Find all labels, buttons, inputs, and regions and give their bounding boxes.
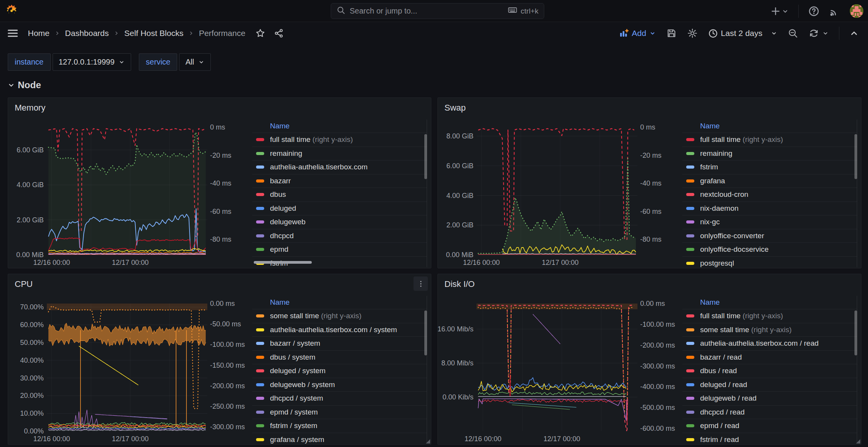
collapse-toolbar-button[interactable] bbox=[849, 29, 859, 38]
panels-grid: Memory6.00 GiB4.00 GiB2.00 GiB0.00 MiB12… bbox=[8, 97, 861, 445]
plot[interactable]: 12/16 00:0012/17 00:00 bbox=[47, 304, 207, 431]
legend-label-suffix: (right y-axis) bbox=[319, 312, 362, 320]
legend-item[interactable]: full stall time (right y-axis) bbox=[682, 133, 857, 147]
panel-resize-handle[interactable] bbox=[856, 439, 860, 444]
y-axis-tick: 70.00% bbox=[20, 303, 44, 311]
legend-label: dbus / read bbox=[700, 367, 737, 375]
legend-item[interactable]: onlyoffice-converter bbox=[682, 229, 857, 243]
legend-header-name[interactable]: Name bbox=[252, 296, 427, 309]
legend-item[interactable]: fstrim bbox=[682, 160, 857, 174]
panel-title[interactable]: Swap bbox=[444, 103, 466, 113]
breadcrumb-home[interactable]: Home bbox=[28, 29, 50, 38]
zoom-out-icon bbox=[788, 28, 798, 39]
legend-item[interactable]: dhcpcd / system bbox=[252, 391, 427, 405]
panel-title[interactable]: Memory bbox=[15, 103, 45, 113]
panel-title[interactable]: CPU bbox=[15, 279, 32, 289]
variable-service-label: service bbox=[139, 53, 177, 71]
series-color-swatch bbox=[686, 411, 694, 414]
y-axis-tick: -150.00 ms bbox=[210, 361, 245, 369]
time-range-picker[interactable]: Last 2 days bbox=[708, 28, 777, 39]
y-axis-tick: -40 ms bbox=[210, 179, 231, 188]
legend-item[interactable]: onlyoffice-docservice bbox=[682, 242, 857, 256]
legend-item[interactable]: delugeweb / read bbox=[682, 391, 857, 405]
legend-header-name[interactable]: Name bbox=[252, 119, 427, 133]
legend-item[interactable]: grafana bbox=[682, 174, 857, 188]
legend-item[interactable]: remaining bbox=[252, 147, 427, 160]
legend-scrollbar-thumb[interactable] bbox=[854, 134, 857, 179]
legend-item[interactable]: full stall time (right y-axis) bbox=[252, 133, 427, 147]
variable-instance-select[interactable]: 127.0.0.1:19999 bbox=[53, 53, 132, 71]
right-y-axis: 0.00 ms-100.00 ms-200.00 ms-300.00 ms-40… bbox=[637, 304, 678, 431]
legend-header-name[interactable]: Name bbox=[682, 119, 857, 133]
legend-item[interactable]: bazarr / system bbox=[252, 336, 427, 350]
legend-item[interactable]: nix-daemon bbox=[682, 201, 857, 215]
legend-scrollbar-thumb[interactable] bbox=[424, 134, 427, 179]
panel-menu-button[interactable] bbox=[413, 276, 428, 291]
search-icon bbox=[337, 6, 346, 17]
legend-scrollbar-thumb[interactable] bbox=[854, 311, 857, 355]
add-panel-button[interactable]: Add bbox=[619, 28, 656, 38]
grafana-logo[interactable] bbox=[5, 4, 19, 18]
legend: Namefull stall time (right y-axis)some s… bbox=[682, 296, 857, 444]
zoom-out-time-button[interactable] bbox=[788, 28, 798, 39]
legend-item[interactable]: delugeweb bbox=[252, 215, 427, 229]
legend-item[interactable]: postgresql bbox=[682, 256, 857, 268]
legend-item[interactable]: full stall time (right y-axis) bbox=[682, 309, 857, 323]
legend-item[interactable]: authelia-authelia.tiserbox.com / read bbox=[682, 336, 857, 350]
breadcrumb-dashboards[interactable]: Dashboards bbox=[65, 29, 109, 38]
news-icon[interactable] bbox=[829, 5, 841, 17]
legend-item[interactable]: fstrim / system bbox=[252, 419, 427, 433]
y-axis-tick: -300.00 ms bbox=[640, 362, 675, 370]
legend-item[interactable]: epmd bbox=[252, 242, 427, 256]
legend-item[interactable]: authelia-authelia.tiserbox.com bbox=[252, 160, 427, 174]
legend-item[interactable]: deluged / system bbox=[252, 364, 427, 378]
legend-item[interactable]: grafana / system bbox=[252, 433, 427, 444]
breadcrumb-folder[interactable]: Self Host Blocks bbox=[124, 29, 183, 38]
legend-item[interactable]: bazarr / read bbox=[682, 350, 857, 364]
help-button[interactable] bbox=[808, 5, 820, 17]
refresh-button[interactable] bbox=[808, 28, 829, 39]
legend-item[interactable]: bazarr bbox=[252, 174, 427, 188]
variable-service-select[interactable]: All bbox=[179, 53, 210, 71]
legend-item[interactable]: dbus / read bbox=[682, 364, 857, 378]
legend-item[interactable]: authelia-authelia.tiserbox.com / system bbox=[252, 323, 427, 337]
legend-item[interactable]: dhcpcd / read bbox=[682, 405, 857, 419]
legend-scrollbar-thumb[interactable] bbox=[424, 311, 427, 355]
user-avatar[interactable] bbox=[850, 4, 863, 18]
panel-cpu: CPU70.00%60.00%50.00%40.00%30.00%20.00%1… bbox=[8, 274, 431, 445]
favorite-star-button[interactable] bbox=[255, 28, 265, 38]
panel-title[interactable]: Disk I/O bbox=[444, 279, 475, 289]
legend-item[interactable]: dbus bbox=[252, 188, 427, 201]
series-color-swatch bbox=[686, 262, 694, 265]
series-color-swatch bbox=[256, 356, 264, 359]
panel-resize-handle[interactable] bbox=[426, 439, 430, 444]
legend-item[interactable]: some stall time (right y-axis) bbox=[252, 309, 427, 323]
legend-item[interactable]: nextcloud-cron bbox=[682, 188, 857, 201]
legend-item[interactable]: remaining bbox=[682, 147, 857, 160]
mega-menu-button[interactable] bbox=[6, 27, 19, 40]
legend-item[interactable]: delugeweb / system bbox=[252, 378, 427, 392]
search-input[interactable]: Search or jump to... ctrl+k bbox=[331, 3, 544, 19]
legend-item[interactable]: some stall time (right y-axis) bbox=[682, 323, 857, 337]
legend-item[interactable]: epmd / system bbox=[252, 405, 427, 419]
legend-horizontal-scrollbar[interactable] bbox=[254, 261, 312, 264]
legend-item[interactable]: fstrim / read bbox=[682, 433, 857, 444]
plot[interactable]: 12/16 00:0012/17 00:00 bbox=[47, 127, 207, 255]
save-dashboard-button[interactable] bbox=[666, 28, 677, 39]
legend-item[interactable]: dbus / system bbox=[252, 350, 427, 364]
legend-item[interactable]: deluged bbox=[252, 201, 427, 215]
dashboard-settings-button[interactable] bbox=[687, 28, 698, 39]
series-color-swatch bbox=[256, 165, 264, 169]
plot[interactable]: 12/16 00:0012/17 00:00 bbox=[477, 127, 637, 255]
legend-item[interactable]: nix-gc bbox=[682, 215, 857, 229]
legend-label: deluged / system bbox=[270, 367, 326, 375]
plot[interactable]: 12/16 00:0012/17 00:00 bbox=[477, 304, 637, 431]
share-button[interactable] bbox=[274, 28, 284, 38]
legend-header-name[interactable]: Name bbox=[682, 296, 857, 309]
legend-item[interactable]: dhcpcd bbox=[252, 229, 427, 243]
legend-item[interactable]: deluged / read bbox=[682, 378, 857, 392]
row-node-toggle[interactable]: Node bbox=[7, 80, 41, 90]
new-menu-button[interactable] bbox=[770, 5, 789, 17]
legend-item[interactable]: epmd / read bbox=[682, 419, 857, 433]
right-y-axis: 0 ms-20 ms-40 ms-60 ms-80 ms bbox=[207, 127, 248, 255]
